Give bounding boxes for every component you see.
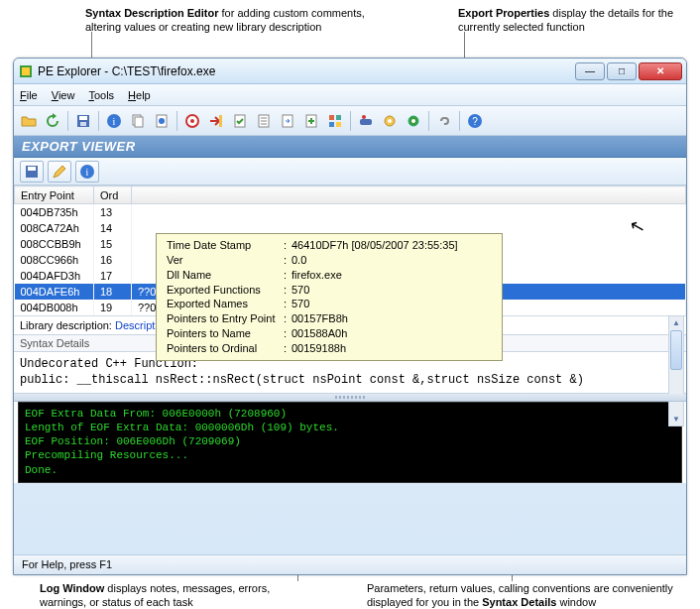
lib-desc-label: Library description: (20, 319, 112, 331)
doc-stack[interactable] (127, 110, 149, 132)
svg-rect-31 (28, 167, 36, 171)
edit-pencil[interactable] (48, 161, 71, 183)
svg-rect-20 (329, 122, 334, 127)
svg-point-12 (190, 119, 194, 123)
svg-rect-21 (336, 122, 341, 127)
doc-plus[interactable] (300, 110, 322, 132)
splitter[interactable] (14, 394, 686, 402)
svg-rect-19 (336, 115, 341, 120)
svg-rect-8 (135, 117, 143, 127)
col-ordinal[interactable]: Ord (94, 186, 132, 204)
statusbar: For Help, press F1 (14, 554, 686, 574)
app-icon (18, 63, 34, 79)
close-button[interactable]: ✕ (639, 62, 682, 80)
svg-point-10 (159, 118, 165, 124)
svg-text:?: ? (472, 116, 478, 127)
log-line: EOF Position: 006E006Dh (7209069) (25, 434, 675, 448)
window-title: PE Explorer - C:\TEST\firefox.exe (38, 64, 575, 78)
col-entry-point[interactable]: Entry Point (15, 186, 94, 204)
menu-file[interactable]: File (20, 89, 38, 101)
svg-text:i: i (86, 167, 89, 178)
folder-open[interactable] (18, 110, 40, 132)
syntax-line: public: __thiscall nsRect::nsRect(struct… (20, 372, 680, 388)
status-text: For Help, press F1 (22, 558, 112, 570)
menu-view[interactable]: View (52, 89, 75, 101)
col-symbol[interactable] (132, 186, 686, 204)
svg-rect-22 (360, 119, 372, 125)
scroll-down-icon[interactable]: ▼ (669, 413, 683, 426)
svg-point-25 (388, 119, 392, 123)
svg-rect-13 (219, 115, 222, 127)
annotation-bottom-left: Log Window displays notes, messages, err… (40, 581, 317, 609)
log-line: Done. (25, 463, 675, 477)
doc-check[interactable] (229, 110, 251, 132)
menu-tools[interactable]: Tools (88, 89, 114, 101)
log-window: EOF Extra Data From: 006E0000h (7208960)… (18, 402, 682, 483)
svg-rect-4 (80, 122, 86, 126)
maximize-button[interactable]: □ (607, 62, 637, 80)
annotation-top-right: Export Properties display the details fo… (458, 6, 686, 35)
log-line: Precompiling Resources... (25, 448, 675, 462)
info-blue[interactable]: i (103, 110, 125, 132)
svg-rect-18 (329, 115, 334, 120)
svg-rect-3 (79, 116, 87, 120)
menubar: File View Tools Help (14, 84, 686, 106)
titlebar[interactable]: PE Explorer - C:\TEST\firefox.exe — □ ✕ (14, 59, 686, 84)
minimize-button[interactable]: — (575, 62, 605, 80)
link-chain[interactable] (433, 110, 455, 132)
scroll-up-icon[interactable]: ▲ (669, 316, 683, 329)
svg-point-27 (411, 119, 415, 123)
app-window: PE Explorer - C:\TEST\firefox.exe — □ ✕ … (13, 58, 687, 575)
doc-arrow[interactable] (277, 110, 298, 132)
menu-help[interactable]: Help (128, 89, 151, 101)
svg-point-23 (362, 115, 366, 119)
viewer-header: EXPORT VIEWER (14, 136, 686, 158)
tools-blue[interactable] (355, 110, 377, 132)
gear-green[interactable] (403, 110, 424, 132)
main-toolbar: i? (14, 106, 686, 136)
export-properties-tooltip: Time Date Stamp:46410DF7h [08/05/2007 23… (156, 233, 503, 361)
svg-text:i: i (113, 116, 116, 127)
svg-rect-1 (22, 67, 30, 75)
grid-color[interactable] (324, 110, 346, 132)
help-icon[interactable]: ? (464, 110, 486, 132)
target-red[interactable] (181, 110, 203, 132)
annotation-top-left: Syntax Description Editor for adding cus… (85, 6, 383, 35)
arrow-import[interactable] (205, 110, 227, 132)
log-line: EOF Extra Data From: 006E0000h (7208960) (25, 407, 675, 421)
doc-info[interactable] (151, 110, 173, 132)
annotation-bottom-right: Parameters, return values, calling conve… (367, 581, 694, 609)
gear-yellow[interactable] (379, 110, 401, 132)
log-line: Length of EOF Extra Data: 0000006Dh (109… (25, 421, 675, 434)
scroll-thumb[interactable] (670, 330, 682, 370)
floppy-sub[interactable] (20, 161, 44, 183)
refresh[interactable] (42, 110, 63, 132)
table-row[interactable]: 004DB735h13 (15, 204, 686, 220)
sub-toolbar: i (14, 158, 686, 185)
vertical-scrollbar[interactable]: ▲ ▼ (668, 315, 684, 426)
doc-list[interactable] (253, 110, 275, 132)
floppy-save[interactable] (72, 110, 94, 132)
info-sub[interactable]: i (75, 161, 99, 183)
